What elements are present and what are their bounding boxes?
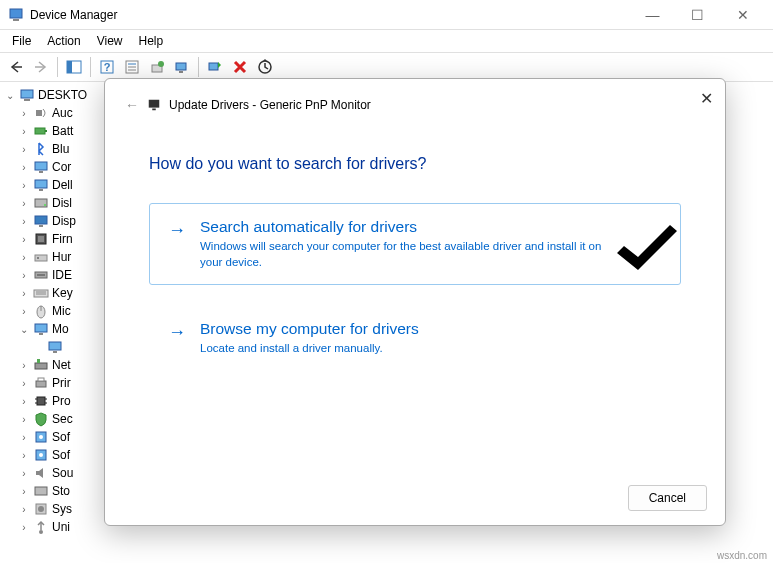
expand-icon[interactable]: › bbox=[18, 144, 30, 155]
expand-icon[interactable]: ⌄ bbox=[18, 324, 30, 335]
svg-rect-47 bbox=[38, 378, 44, 381]
tree-item-label: Auc bbox=[52, 106, 73, 120]
scan-hardware-button[interactable] bbox=[170, 55, 194, 79]
option-browse-computer[interactable]: → Browse my computer for drivers Locate … bbox=[149, 305, 681, 372]
expand-icon[interactable]: › bbox=[18, 126, 30, 137]
svg-rect-62 bbox=[149, 100, 160, 108]
help-button[interactable]: ? bbox=[95, 55, 119, 79]
expand-icon[interactable]: › bbox=[18, 360, 30, 371]
svg-point-60 bbox=[39, 530, 43, 534]
svg-rect-18 bbox=[36, 110, 42, 116]
dialog-close-button[interactable]: ✕ bbox=[700, 89, 713, 108]
expand-icon[interactable]: › bbox=[18, 198, 30, 209]
firmware-icon bbox=[33, 231, 49, 247]
software-icon bbox=[33, 429, 49, 445]
option-search-automatically[interactable]: → Search automatically for drivers Windo… bbox=[149, 203, 681, 285]
processor-icon bbox=[33, 393, 49, 409]
dialog-footer: Cancel bbox=[628, 485, 707, 511]
svg-point-56 bbox=[39, 453, 43, 457]
display-icon bbox=[33, 213, 49, 229]
expand-icon[interactable]: › bbox=[18, 468, 30, 479]
storage-icon bbox=[33, 483, 49, 499]
expand-icon[interactable]: › bbox=[18, 216, 30, 227]
tree-item-label: Net bbox=[52, 358, 71, 372]
tree-item-label: Mo bbox=[52, 322, 69, 336]
svg-rect-42 bbox=[49, 342, 61, 350]
expand-icon[interactable]: › bbox=[18, 504, 30, 515]
enable-device-button[interactable] bbox=[203, 55, 227, 79]
expand-icon[interactable]: › bbox=[18, 234, 30, 245]
software-icon bbox=[33, 447, 49, 463]
expand-icon[interactable]: › bbox=[18, 522, 30, 533]
expand-icon[interactable]: › bbox=[18, 252, 30, 263]
uninstall-device-button[interactable] bbox=[228, 55, 252, 79]
svg-rect-1 bbox=[13, 19, 19, 21]
expand-icon[interactable]: › bbox=[18, 306, 30, 317]
tree-item-label: Prir bbox=[52, 376, 71, 390]
expand-icon[interactable]: › bbox=[18, 270, 30, 281]
svg-text:?: ? bbox=[104, 61, 111, 73]
maximize-button[interactable]: ☐ bbox=[675, 0, 720, 30]
hid-icon bbox=[33, 249, 49, 265]
svg-point-26 bbox=[44, 204, 46, 206]
expand-icon[interactable]: › bbox=[18, 288, 30, 299]
svg-rect-43 bbox=[53, 351, 57, 353]
tree-item-label: Sys bbox=[52, 502, 72, 516]
svg-point-54 bbox=[39, 435, 43, 439]
menu-view[interactable]: View bbox=[89, 32, 131, 50]
tree-item-label: Sto bbox=[52, 484, 70, 498]
dialog-title: Update Drivers - Generic PnP Monitor bbox=[169, 98, 371, 112]
properties-button[interactable] bbox=[120, 55, 144, 79]
svg-rect-14 bbox=[209, 63, 218, 70]
tree-item-label: IDE bbox=[52, 268, 72, 282]
svg-rect-0 bbox=[10, 9, 22, 18]
menu-file[interactable]: File bbox=[4, 32, 39, 50]
svg-rect-57 bbox=[35, 487, 47, 495]
disk-icon bbox=[33, 195, 49, 211]
tree-item-label: Mic bbox=[52, 304, 71, 318]
sound-icon bbox=[33, 465, 49, 481]
arrow-right-icon: → bbox=[168, 322, 186, 343]
window-title: Device Manager bbox=[30, 8, 630, 22]
dialog-heading: How do you want to search for drivers? bbox=[149, 155, 681, 173]
tree-item-label: Sof bbox=[52, 448, 70, 462]
forward-button[interactable] bbox=[29, 55, 53, 79]
svg-rect-23 bbox=[35, 180, 47, 188]
close-button[interactable]: ✕ bbox=[720, 0, 765, 30]
svg-rect-3 bbox=[67, 61, 72, 73]
expand-icon[interactable]: › bbox=[18, 108, 30, 119]
back-arrow-icon[interactable]: ← bbox=[125, 97, 139, 113]
svg-point-59 bbox=[38, 506, 44, 512]
svg-rect-22 bbox=[39, 171, 43, 173]
collapse-icon[interactable]: ⌄ bbox=[4, 90, 16, 101]
tree-root-label: DESKTO bbox=[38, 88, 87, 102]
svg-rect-20 bbox=[45, 130, 47, 132]
menu-help[interactable]: Help bbox=[131, 32, 172, 50]
option-title: Browse my computer for drivers bbox=[200, 320, 419, 338]
minimize-button[interactable]: — bbox=[630, 0, 675, 30]
update-driver-button[interactable] bbox=[145, 55, 169, 79]
menu-action[interactable]: Action bbox=[39, 32, 88, 50]
expand-icon[interactable]: › bbox=[18, 414, 30, 425]
svg-rect-21 bbox=[35, 162, 47, 170]
window-titlebar: Device Manager — ☐ ✕ bbox=[0, 0, 773, 30]
expand-icon[interactable]: › bbox=[18, 378, 30, 389]
tree-item-label: Dell bbox=[52, 178, 73, 192]
disable-device-button[interactable] bbox=[253, 55, 277, 79]
back-button[interactable] bbox=[4, 55, 28, 79]
svg-rect-44 bbox=[35, 363, 47, 369]
show-hide-tree-button[interactable] bbox=[62, 55, 86, 79]
cancel-button[interactable]: Cancel bbox=[628, 485, 707, 511]
svg-point-32 bbox=[37, 257, 39, 259]
network-icon bbox=[33, 357, 49, 373]
expand-icon[interactable]: › bbox=[18, 396, 30, 407]
expand-icon[interactable]: › bbox=[18, 432, 30, 443]
menubar: File Action View Help bbox=[0, 30, 773, 52]
expand-icon[interactable]: › bbox=[18, 162, 30, 173]
tree-item-label: Key bbox=[52, 286, 73, 300]
expand-icon[interactable]: › bbox=[18, 450, 30, 461]
security-icon bbox=[33, 411, 49, 427]
expand-icon[interactable]: › bbox=[18, 486, 30, 497]
mouse-icon bbox=[33, 303, 49, 319]
expand-icon[interactable]: › bbox=[18, 180, 30, 191]
